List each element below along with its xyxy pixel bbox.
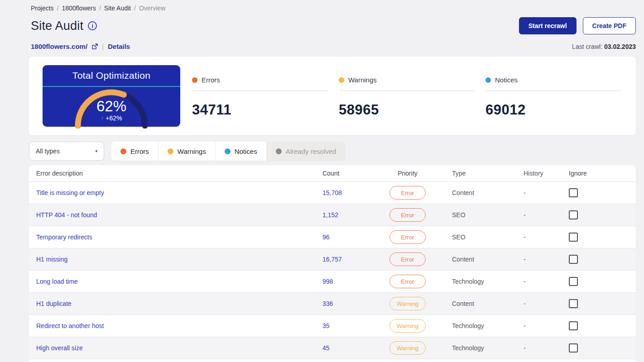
col-type[interactable]: Type: [433, 170, 524, 177]
ignore-checkbox[interactable]: [569, 277, 578, 286]
status-dot-icon: [225, 148, 231, 154]
breadcrumb-item: Overview: [139, 5, 165, 12]
ignore-checkbox[interactable]: [569, 321, 578, 330]
count-link[interactable]: 1,152: [322, 211, 338, 219]
table-row: Temporary redirects96ErrorSEO-: [29, 226, 636, 248]
gauge-delta: ↑ +62%: [43, 114, 180, 122]
type-cell: Technology: [433, 344, 524, 352]
count-link[interactable]: 998: [322, 278, 333, 285]
gauge-percent: 62%: [43, 98, 180, 115]
count-link[interactable]: 35: [322, 322, 330, 329]
col-ignore[interactable]: Ignore: [569, 170, 636, 177]
last-crawl: Last crawl: 03.02.2023: [572, 43, 636, 50]
info-icon[interactable]: i: [88, 21, 97, 30]
breadcrumb-separator: /: [99, 5, 101, 12]
segment-already-resolved[interactable]: Already resolved: [267, 142, 346, 161]
error-description-link[interactable]: Title is missing or empty: [36, 189, 104, 196]
priority-badge: Error: [389, 208, 426, 222]
type-filter-dropdown[interactable]: All types ▾: [29, 142, 104, 161]
priority-badge: Error: [389, 186, 426, 200]
last-crawl-date: 03.02.2023: [604, 43, 636, 50]
breadcrumb: Projects/1800flowers/Site Audit/Overview: [31, 5, 636, 12]
page-title: Site Audit: [31, 19, 83, 33]
type-cell: SEO: [433, 233, 524, 241]
segment-label: Warnings: [178, 148, 206, 155]
col-history[interactable]: History: [524, 170, 569, 177]
type-cell: Technology: [433, 322, 524, 329]
breadcrumb-item[interactable]: Projects: [31, 5, 54, 12]
external-link-icon[interactable]: [91, 43, 98, 50]
segment-notices[interactable]: Notices: [216, 142, 267, 161]
stat-value: 69012: [485, 102, 621, 118]
table-body: Title is missing or empty15,708ErrorCont…: [29, 182, 636, 362]
error-description-link[interactable]: Temporary redirects: [36, 233, 92, 241]
priority-badge: Error: [389, 275, 426, 288]
table-row: H1 duplicate336WarningContent-: [29, 293, 636, 315]
error-description-link[interactable]: HTTP 404 - not found: [36, 211, 97, 219]
table-row: Warning: [29, 359, 636, 362]
col-count[interactable]: Count: [322, 170, 382, 177]
stat-label-text: Errors: [202, 76, 220, 84]
breadcrumb-separator: /: [134, 5, 136, 12]
status-dot-icon: [168, 148, 173, 154]
details-link[interactable]: Details: [108, 43, 130, 50]
ignore-checkbox[interactable]: [569, 233, 578, 242]
priority-badge: Warning: [389, 297, 426, 310]
stats-row: Errors34711Warnings58965Notices69012: [192, 65, 621, 127]
history-cell: -: [524, 256, 569, 263]
history-cell: -: [524, 211, 569, 219]
history-cell: -: [524, 278, 569, 285]
ignore-checkbox[interactable]: [569, 210, 578, 219]
create-pdf-button[interactable]: Create PDF: [583, 17, 636, 34]
status-dot-icon: [276, 148, 282, 154]
ignore-checkbox[interactable]: [569, 255, 578, 264]
status-dot-icon: [339, 77, 344, 83]
ignore-checkbox[interactable]: [569, 343, 578, 352]
count-link[interactable]: 15,708: [322, 189, 342, 196]
stat-label-text: Warnings: [348, 76, 377, 84]
breadcrumb-item[interactable]: Site Audit: [104, 5, 131, 12]
error-description-link[interactable]: High overall size: [36, 344, 83, 352]
count-link[interactable]: 96: [322, 233, 330, 241]
breadcrumb-separator: /: [57, 5, 59, 12]
type-cell: Technology: [433, 278, 524, 285]
count-link[interactable]: 16,757: [322, 256, 342, 263]
segment-warnings[interactable]: Warnings: [159, 142, 216, 161]
status-dot-icon: [485, 77, 491, 83]
table-row: Title is missing or empty15,708ErrorCont…: [29, 182, 636, 204]
error-description-link[interactable]: Redirect to another host: [36, 322, 104, 329]
issues-table: Error description Count Priority Type Hi…: [29, 165, 636, 362]
count-link[interactable]: 336: [322, 300, 333, 307]
table-row: Long load time998ErrorTechnology-: [29, 271, 636, 293]
table-header: Error description Count Priority Type Hi…: [29, 165, 636, 182]
priority-badge: Error: [389, 230, 426, 244]
start-recrawl-button[interactable]: Start recrawl: [519, 17, 577, 34]
stat-value: 34711: [192, 102, 328, 118]
error-description-link[interactable]: Long load time: [36, 278, 78, 285]
issue-type-segments: ErrorsWarningsNoticesAlready resolved: [111, 142, 345, 161]
stat-notices: Notices69012: [485, 65, 621, 127]
type-cell: Content: [433, 256, 524, 263]
ignore-checkbox[interactable]: [569, 299, 578, 308]
table-row: High overall size45WarningTechnology-: [29, 337, 636, 359]
stat-errors: Errors34711: [192, 65, 328, 127]
history-cell: -: [524, 322, 569, 329]
error-description-link[interactable]: H1 missing: [36, 256, 67, 263]
count-link[interactable]: 45: [322, 344, 330, 352]
gauge-title: Total Optimization: [43, 65, 180, 87]
segment-errors[interactable]: Errors: [111, 142, 159, 161]
segment-label: Already resolved: [286, 148, 336, 155]
type-cell: SEO: [433, 211, 524, 219]
table-row: H1 missing16,757ErrorContent-: [29, 248, 636, 271]
domain-link[interactable]: 1800flowers.com/: [31, 43, 87, 50]
ignore-checkbox[interactable]: [569, 188, 578, 197]
history-cell: -: [524, 344, 569, 352]
col-priority[interactable]: Priority: [382, 170, 433, 177]
col-error-description[interactable]: Error description: [29, 170, 322, 177]
history-cell: -: [524, 300, 569, 307]
breadcrumb-item[interactable]: 1800flowers: [62, 5, 96, 12]
chevron-down-icon: ▾: [95, 149, 97, 153]
error-description-link[interactable]: H1 duplicate: [36, 300, 72, 307]
stat-value: 58965: [339, 102, 475, 118]
table-row: HTTP 404 - not found1,152ErrorSEO-: [29, 204, 636, 226]
